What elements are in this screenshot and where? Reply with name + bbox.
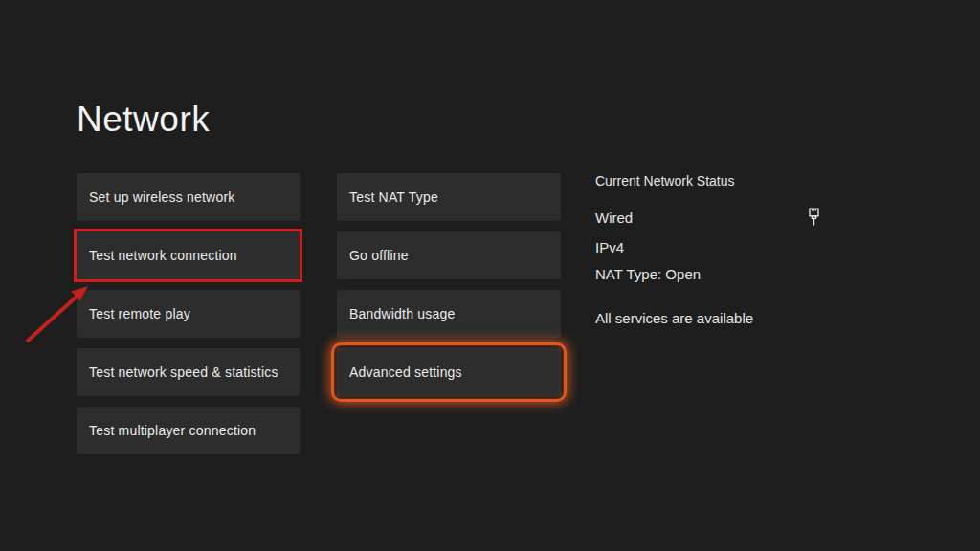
current-network-status-panel: Current Network Status Wired IPv4 NAT Ty… (595, 173, 821, 326)
test-network-speed-statistics-button[interactable]: Test network speed & statistics (77, 348, 300, 396)
ethernet-plug-icon (807, 208, 821, 228)
button-label: Test remote play (77, 306, 190, 321)
page-title: Network (77, 99, 210, 140)
network-settings-screen: Network Set up wireless network Test net… (0, 0, 980, 551)
nat-type-label: NAT Type: Open (595, 266, 821, 282)
button-label: Test NAT Type (337, 189, 438, 205)
middle-options-column: Test NAT Type Go offline Bandwidth usage… (337, 173, 561, 407)
test-network-connection-button[interactable]: Test network connection (77, 231, 300, 279)
status-heading: Current Network Status (595, 173, 821, 188)
connection-type-label: Wired (595, 209, 633, 226)
connection-type-row: Wired (595, 208, 821, 228)
services-status-label: All services are available (595, 310, 821, 326)
left-options-column: Set up wireless network Test network con… (77, 173, 300, 465)
bandwidth-usage-button[interactable]: Bandwidth usage (337, 290, 561, 338)
advanced-settings-button[interactable]: Advanced settings (337, 348, 561, 396)
button-label: Go offline (337, 248, 409, 263)
button-label: Advanced settings (337, 364, 462, 380)
setup-wireless-network-button[interactable]: Set up wireless network (77, 173, 300, 221)
test-nat-type-button[interactable]: Test NAT Type (337, 173, 561, 221)
test-remote-play-button[interactable]: Test remote play (77, 290, 300, 338)
button-label: Test network speed & statistics (77, 364, 278, 380)
go-offline-button[interactable]: Go offline (337, 231, 561, 279)
button-label: Bandwidth usage (337, 306, 455, 321)
button-label: Test network connection (77, 248, 237, 263)
button-label: Test multiplayer connection (77, 423, 256, 438)
ip-version-label: IPv4 (595, 239, 821, 255)
test-multiplayer-connection-button[interactable]: Test multiplayer connection (77, 407, 300, 454)
button-label: Set up wireless network (77, 189, 234, 205)
